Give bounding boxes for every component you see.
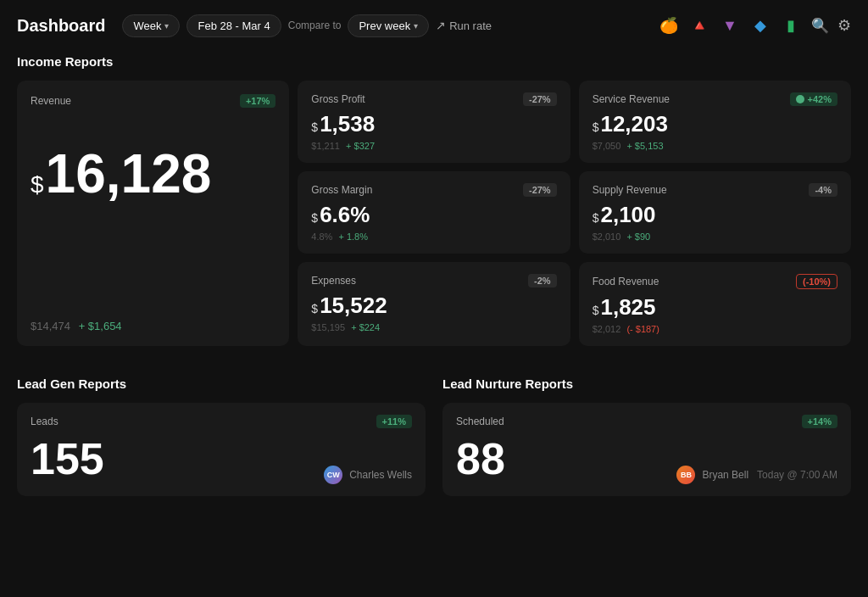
gross-margin-label: Gross Margin <box>311 184 372 196</box>
scheduled-person-time: Today @ 7:00 AM <box>757 469 837 481</box>
leads-label: Leads <box>31 416 58 427</box>
gross-profit-header: Gross Profit -27% <box>311 92 556 106</box>
supply-revenue-card: Supply Revenue -4% $ 2,100 $2,010 + $90 <box>579 171 851 254</box>
revenue-card-header: Revenue +17% <box>31 94 275 108</box>
gross-margin-dollar: $ <box>311 211 318 225</box>
supply-revenue-label: Supply Revenue <box>593 184 667 196</box>
service-revenue-badge: +42% <box>790 92 837 106</box>
revenue-base: $14,474 <box>31 320 70 332</box>
bottom-section: Lead Gen Reports Leads +11% 155 CW Charl… <box>17 370 851 496</box>
supply-revenue-number: 2,100 <box>600 202 655 228</box>
leads-person-name: Charles Wells <box>349 469 412 481</box>
gross-profit-sub: $1,211 + $327 <box>311 141 556 151</box>
leads-person-row: CW Charles Wells <box>324 466 412 484</box>
revenue-number: 16,128 <box>46 147 212 201</box>
header-controls: Week ▾ Feb 28 - Mar 4 Compare to Prev we… <box>122 14 657 37</box>
pink-app-icon[interactable]: 🔺 <box>687 14 711 37</box>
service-revenue-card: Service Revenue +42% $ 12,203 $7,050 + $… <box>579 81 851 163</box>
orange-app-icon[interactable]: 🍊 <box>657 14 681 37</box>
gross-margin-sub: 4.8% + 1.8% <box>311 232 556 242</box>
settings-icon[interactable]: ⚙ <box>837 16 851 35</box>
food-revenue-number: 1,825 <box>600 294 655 321</box>
header: Dashboard Week ▾ Feb 28 - Mar 4 Compare … <box>0 0 868 47</box>
expenses-value: $ 15,522 <box>311 293 556 319</box>
prev-week-dropdown[interactable]: Prev week ▾ <box>348 14 429 37</box>
dot-icon <box>796 95 804 103</box>
chevron-down-icon: ▾ <box>414 21 418 31</box>
food-revenue-header: Food Revenue (-10%) <box>593 274 837 289</box>
app-icons-row: 🍊 🔺 ▼ ◆ ▮ <box>657 14 803 37</box>
green-app-icon[interactable]: ▮ <box>779 14 803 37</box>
revenue-label: Revenue <box>31 95 71 107</box>
scheduled-badge: +14% <box>802 415 837 428</box>
leads-badge: +11% <box>376 415 412 428</box>
service-revenue-number: 12,203 <box>600 111 668 137</box>
scheduled-card: Scheduled +14% 88 BB Bryan Bell Today @ … <box>442 403 851 496</box>
expenses-card: Expenses -2% $ 15,522 $15,195 + $224 <box>298 262 570 346</box>
date-range-button[interactable]: Feb 28 - Mar 4 <box>186 14 281 37</box>
lead-nurture-section: Lead Nurture Reports Scheduled +14% 88 B… <box>442 370 851 496</box>
service-revenue-value: $ 12,203 <box>593 111 837 137</box>
gross-profit-card: Gross Profit -27% $ 1,538 $1,211 + $327 <box>298 81 570 163</box>
food-revenue-card: Food Revenue (-10%) $ 1,825 $2,012 (- $1… <box>579 262 851 346</box>
income-reports-grid: Revenue +17% $ 16,128 $14,474 + $1,654 G… <box>17 81 851 346</box>
revenue-value: $ 16,128 <box>31 147 275 201</box>
service-revenue-label: Service Revenue <box>593 93 670 105</box>
gross-margin-card: Gross Margin -27% $ 6.6% 4.8% + 1.8% <box>298 171 570 254</box>
header-right: 🍊 🔺 ▼ ◆ ▮ 🔍 ⚙ <box>657 14 851 37</box>
revenue-badge: +17% <box>240 94 275 108</box>
lead-gen-title: Lead Gen Reports <box>17 377 426 391</box>
supply-revenue-value: $ 2,100 <box>593 202 837 228</box>
scheduled-card-header: Scheduled +14% <box>456 415 837 428</box>
week-dropdown[interactable]: Week ▾ <box>122 14 180 37</box>
expenses-badge: -2% <box>528 274 557 287</box>
gross-profit-dollar: $ <box>311 120 318 134</box>
gross-profit-label: Gross Profit <box>311 93 364 105</box>
expenses-label: Expenses <box>311 275 356 287</box>
supply-revenue-dollar: $ <box>593 211 599 225</box>
leads-card: Leads +11% 155 CW Charles Wells <box>17 403 426 496</box>
supply-revenue-header: Supply Revenue -4% <box>593 183 837 197</box>
food-revenue-badge: (-10%) <box>796 274 837 289</box>
gross-margin-value: $ 6.6% <box>311 202 556 228</box>
expenses-dollar: $ <box>311 302 318 315</box>
search-icon[interactable]: 🔍 <box>811 17 829 35</box>
food-revenue-label: Food Revenue <box>593 276 659 287</box>
compare-label: Compare to <box>288 20 342 31</box>
lead-gen-section: Lead Gen Reports Leads +11% 155 CW Charl… <box>17 370 426 496</box>
income-reports-title: Income Reports <box>17 54 851 69</box>
leads-avatar: CW <box>324 466 342 484</box>
gross-margin-badge: -27% <box>523 183 557 197</box>
revenue-change: + $1,654 <box>79 320 122 332</box>
service-revenue-dollar: $ <box>593 120 599 134</box>
service-revenue-header: Service Revenue +42% <box>593 92 837 106</box>
food-revenue-value: $ 1,825 <box>593 294 837 321</box>
expenses-number: 15,522 <box>320 293 387 319</box>
revenue-sub: $14,474 + $1,654 <box>31 320 275 332</box>
scheduled-avatar: BB <box>676 466 695 484</box>
food-revenue-dollar: $ <box>593 304 599 317</box>
scheduled-label: Scheduled <box>456 416 504 427</box>
lead-nurture-title: Lead Nurture Reports <box>442 377 851 391</box>
service-revenue-sub: $7,050 + $5,153 <box>593 141 837 151</box>
purple-app-icon[interactable]: ▼ <box>718 14 742 37</box>
chevron-down-icon: ▾ <box>164 21 169 31</box>
expenses-sub: $15,195 + $224 <box>311 322 556 332</box>
gross-margin-number: 6.6% <box>320 202 370 228</box>
main-content: Income Reports Revenue +17% $ 16,128 $14… <box>0 54 868 496</box>
gross-profit-number: 1,538 <box>320 111 375 137</box>
gross-profit-value: $ 1,538 <box>311 111 556 137</box>
scheduled-person-name: Bryan Bell <box>702 469 748 481</box>
page-title: Dashboard <box>17 16 105 36</box>
gross-profit-badge: -27% <box>523 92 557 106</box>
leads-card-header: Leads +11% <box>31 415 412 428</box>
scheduled-person-row: BB Bryan Bell Today @ 7:00 AM <box>676 466 837 484</box>
supply-revenue-sub: $2,010 + $90 <box>593 232 837 242</box>
run-rate-button[interactable]: ↗ Run rate <box>436 19 492 32</box>
blue-app-icon[interactable]: ◆ <box>748 14 772 37</box>
revenue-dollar-sign: $ <box>31 171 44 198</box>
supply-revenue-badge: -4% <box>809 183 837 197</box>
expenses-header: Expenses -2% <box>311 274 556 287</box>
revenue-card: Revenue +17% $ 16,128 $14,474 + $1,654 <box>17 81 289 346</box>
gross-margin-header: Gross Margin -27% <box>311 183 556 197</box>
